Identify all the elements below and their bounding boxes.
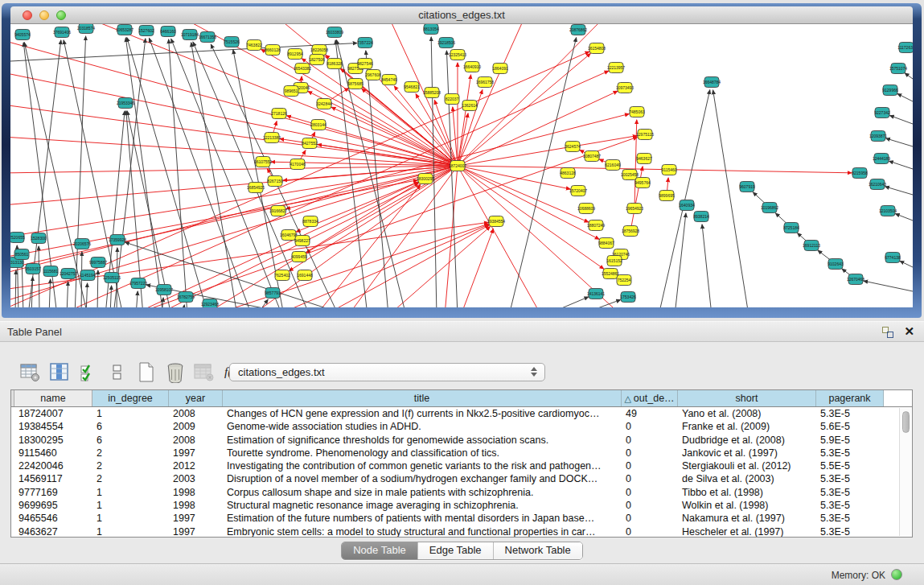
- table-cell[interactable]: Nakamura et al. (1997): [678, 512, 816, 525]
- graph-node[interactable]: 10688609: [577, 204, 595, 214]
- table-cell[interactable]: 2003: [169, 472, 223, 485]
- table-cell[interactable]: 1: [92, 512, 169, 525]
- graph-node[interactable]: 6774138: [885, 253, 901, 263]
- graph-node[interactable]: 12444189: [873, 154, 890, 164]
- graph-node[interactable]: 8912954: [287, 49, 303, 60]
- graph-node[interactable]: 6216049: [605, 160, 621, 171]
- graph-node[interactable]: 37691406: [53, 27, 71, 38]
- graph-node[interactable]: 5875685: [347, 79, 363, 89]
- new-table-button[interactable]: [135, 361, 157, 383]
- graph-node[interactable]: 9102643: [827, 259, 844, 270]
- graph-edge[interactable]: [324, 225, 489, 307]
- delete-rows-button[interactable]: [164, 361, 186, 383]
- table-cell[interactable]: 1997: [169, 525, 223, 538]
- graph-node[interactable]: 9884067: [598, 238, 614, 249]
- graph-edge[interactable]: [885, 187, 913, 195]
- table-cell[interactable]: Yano et al. (2008): [678, 407, 816, 420]
- graph-node[interactable]: 7357224: [357, 38, 373, 48]
- graph-node[interactable]: 19218506: [437, 38, 455, 48]
- graph-node[interactable]: 18300295: [417, 174, 434, 184]
- table-cell[interactable]: Jankovic et al. (1997): [678, 447, 816, 459]
- graph-edge[interactable]: [458, 166, 852, 173]
- graph-node[interactable]: 12103504: [879, 206, 897, 216]
- graph-edge[interactable]: [10, 105, 458, 166]
- graph-node[interactable]: 19166827: [269, 206, 287, 216]
- graph-node[interactable]: 12505115: [103, 273, 121, 283]
- graph-edge[interactable]: [86, 283, 88, 307]
- graph-node[interactable]: 10196862: [761, 203, 778, 213]
- graph-node[interactable]: 7463822: [246, 40, 262, 51]
- graph-node[interactable]: 12042757: [60, 269, 77, 279]
- graph-node[interactable]: 10958107: [155, 285, 173, 295]
- table-cell[interactable]: 2: [92, 459, 169, 472]
- graph-node[interactable]: 15720407: [569, 186, 587, 196]
- graph-edge[interactable]: [889, 115, 913, 124]
- table-cell[interactable]: Dudbridge et al. (2008): [678, 434, 816, 447]
- table-source-dropdown[interactable]: citations_edges.txt: [229, 363, 545, 381]
- graph-edge[interactable]: [578, 299, 621, 307]
- column-header-pagerank[interactable]: pagerank: [816, 390, 884, 406]
- tab-node-table[interactable]: Node Table: [342, 542, 418, 559]
- table-row[interactable]: 2242004622012Investigating the contribut…: [11, 459, 912, 472]
- graph-edge[interactable]: [131, 137, 638, 307]
- graph-node[interactable]: 3242844: [316, 99, 332, 109]
- graph-node[interactable]: 16210643: [869, 179, 886, 190]
- graph-edge[interactable]: [458, 166, 622, 307]
- graph-node[interactable]: 9503157: [25, 264, 41, 274]
- graph-node[interactable]: 1640934: [679, 200, 695, 211]
- vertical-scrollbar[interactable]: [899, 408, 911, 536]
- table-cell[interactable]: 9777169: [14, 486, 92, 499]
- table-cell[interactable]: Structural magnetic resonance image aver…: [223, 499, 622, 512]
- graph-node[interactable]: 19654923: [626, 204, 643, 214]
- graph-edge[interactable]: [183, 305, 184, 307]
- table-cell[interactable]: 5.3E-5: [816, 486, 884, 499]
- graph-edge[interactable]: [458, 75, 471, 166]
- graph-edge[interactable]: [211, 224, 489, 307]
- graph-node[interactable]: 850561: [14, 249, 29, 260]
- table-cell[interactable]: Embryonic stem cells: a model to study s…: [223, 525, 622, 538]
- graph-node[interactable]: 16154808: [588, 43, 606, 54]
- column-header-short[interactable]: short: [678, 390, 816, 406]
- graph-node[interactable]: 2520655: [10, 233, 25, 243]
- table-cell[interactable]: Changes of HCN gene expression and I(f) …: [223, 407, 622, 420]
- show-columns-button[interactable]: [48, 361, 70, 383]
- graph-node[interactable]: 6466160: [160, 27, 176, 37]
- table-row[interactable]: 1872400712008Changes of HCN gene express…: [11, 407, 912, 420]
- graph-edge[interactable]: [15, 270, 16, 307]
- table-cell[interactable]: 22420046: [14, 459, 92, 472]
- graph-node[interactable]: 17957223: [129, 278, 147, 289]
- graph-node[interactable]: 14136141: [587, 289, 605, 299]
- graph-edge[interactable]: [900, 261, 913, 267]
- graph-node[interactable]: 1753426: [620, 292, 636, 303]
- graph-edge[interactable]: [10, 43, 357, 61]
- graph-node[interactable]: 9498227: [294, 236, 310, 246]
- table-cell[interactable]: 9463627: [14, 525, 92, 538]
- graph-edge[interactable]: [110, 286, 112, 307]
- table-cell[interactable]: 18724007: [14, 407, 92, 420]
- table-cell[interactable]: 5.3E-5: [816, 447, 884, 459]
- graph-node[interactable]: 1145194: [80, 270, 95, 281]
- graph-node[interactable]: 12975115: [636, 130, 654, 140]
- table-cell[interactable]: Corpus callosum shape and size in male p…: [223, 486, 622, 499]
- table-cell[interactable]: Stergiakouli et al. (2012): [678, 459, 816, 472]
- graph-node[interactable]: 4099459: [291, 252, 307, 262]
- table-cell[interactable]: 5.5E-5: [816, 459, 884, 472]
- close-button[interactable]: [23, 10, 32, 20]
- graph-node[interactable]: 8454749: [381, 75, 397, 85]
- graph-edge[interactable]: [895, 214, 913, 220]
- delete-table-button-disabled[interactable]: [193, 361, 215, 383]
- graph-node[interactable]: 18724007: [449, 161, 466, 171]
- graph-node[interactable]: 15751074: [889, 64, 907, 74]
- graph-node[interactable]: 10973493: [616, 83, 634, 93]
- table-cell[interactable]: 2008: [169, 407, 223, 420]
- column-header-year[interactable]: year: [169, 390, 223, 406]
- table-cell[interactable]: 1998: [169, 499, 223, 512]
- graph-node[interactable]: 9857791: [265, 288, 281, 299]
- graph-node[interactable]: 9827546: [357, 59, 373, 69]
- graph-node[interactable]: 16961758: [476, 77, 494, 88]
- graph-node[interactable]: 8427552: [302, 138, 318, 149]
- graph-node[interactable]: 1691448: [297, 270, 313, 281]
- graph-node[interactable]: 9899695: [659, 191, 675, 201]
- graph-edge[interactable]: [136, 291, 138, 307]
- graph-edge[interactable]: [544, 297, 589, 307]
